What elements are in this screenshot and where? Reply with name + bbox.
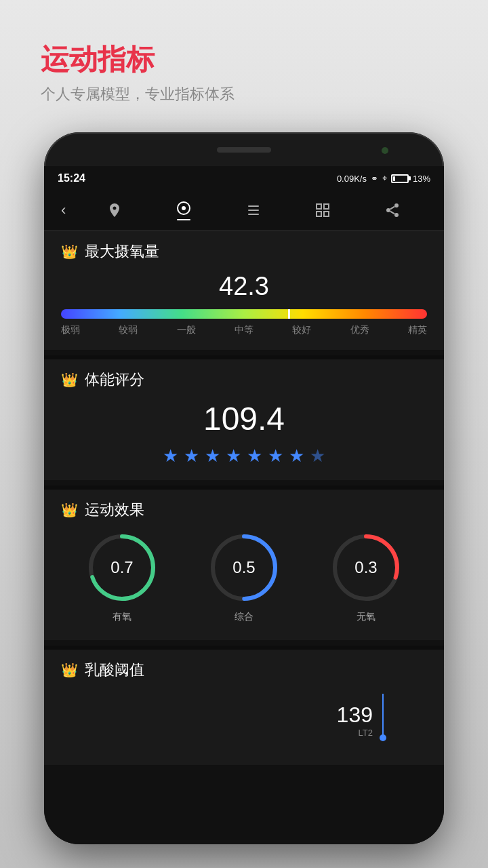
vo2-header: 👑 最大摄氧量 xyxy=(61,241,427,262)
lactate-title: 乳酸阈值 xyxy=(85,660,144,680)
wifi-icon: ⌖ xyxy=(382,173,387,184)
svg-point-9 xyxy=(394,203,399,208)
svg-line-12 xyxy=(390,207,394,210)
status-time: 15:24 xyxy=(58,172,85,184)
star-3: ★ xyxy=(205,446,220,467)
anaerobic-text: 0.3 xyxy=(354,558,377,577)
label-zhongdeng: 中等 xyxy=(235,324,253,336)
stars-row: ★ ★ ★ ★ ★ ★ ★ ★ xyxy=(61,446,427,467)
anaerobic-value: 0.3 xyxy=(354,558,377,577)
label-jingying: 精英 xyxy=(408,324,427,336)
phone-frame: 15:24 0.09K/s ⚭ ⌖ 13% ‹ xyxy=(44,132,444,844)
fitness-section: 👑 体能评分 109.4 ★ ★ ★ ★ ★ ★ ★ ★ xyxy=(44,359,444,480)
anaerobic-container: 0.3 无氧 xyxy=(329,530,403,623)
svg-rect-7 xyxy=(317,212,321,216)
svg-rect-3 xyxy=(248,210,259,211)
effect-section: 👑 运动效果 0.7 xyxy=(44,490,444,640)
phone-camera xyxy=(380,146,390,155)
label-jiruo: 极弱 xyxy=(61,324,80,336)
network-speed: 0.09K/s xyxy=(337,174,367,184)
star-7: ★ xyxy=(289,446,304,467)
phone-speaker xyxy=(217,147,271,153)
star-2: ★ xyxy=(184,446,199,467)
rainbow-bar xyxy=(61,309,427,319)
effect-circles: 0.7 有氧 0.5 xyxy=(61,530,427,623)
comprehensive-text: 0.5 xyxy=(232,558,255,577)
battery-icon xyxy=(391,174,409,183)
background: 运动指标 个人专属模型，专业指标体系 15:24 0.09K/s ⚭ ⌖ 13%… xyxy=(0,0,488,868)
phone-content: 👑 最大摄氧量 42.3 极弱 较弱 一般 中等 较好 优秀 精英 xyxy=(44,231,444,844)
star-5: ★ xyxy=(247,446,262,467)
aerobic-label: 有氧 xyxy=(113,611,131,623)
label-youxiu: 优秀 xyxy=(350,324,369,336)
lactate-header: 👑 乳酸阈值 xyxy=(61,660,427,680)
aerobic-circle: 0.7 xyxy=(85,530,159,605)
crown-icon-fitness: 👑 xyxy=(61,372,78,388)
nav-icon-map[interactable] xyxy=(106,202,123,218)
anaerobic-circle: 0.3 xyxy=(329,530,403,605)
aerobic-container: 0.7 有氧 xyxy=(85,530,159,623)
svg-line-13 xyxy=(390,212,394,214)
lactate-section: 👑 乳酸阈值 139 LT2 xyxy=(44,650,444,765)
star-1: ★ xyxy=(163,446,178,467)
comprehensive-label: 综合 xyxy=(235,611,253,623)
fitness-header: 👑 体能评分 xyxy=(61,370,427,390)
svg-point-21 xyxy=(380,734,386,741)
svg-rect-4 xyxy=(248,214,259,215)
back-button[interactable]: ‹ xyxy=(54,201,73,219)
vo2-section: 👑 最大摄氧量 42.3 极弱 较弱 一般 中等 较好 优秀 精英 xyxy=(44,231,444,350)
svg-point-10 xyxy=(386,208,390,212)
comprehensive-container: 0.5 综合 xyxy=(207,530,281,623)
anaerobic-label: 无氧 xyxy=(357,611,375,623)
lactate-label: LT2 xyxy=(337,728,373,738)
vo2-value: 42.3 xyxy=(61,272,427,301)
nav-icon-scan[interactable] xyxy=(314,202,331,218)
effect-header: 👑 运动效果 xyxy=(61,500,427,520)
vo2-labels: 极弱 较弱 一般 中等 较好 优秀 精英 xyxy=(61,324,427,336)
svg-rect-2 xyxy=(248,205,259,207)
comprehensive-value: 0.5 xyxy=(232,558,255,577)
lactate-chart: 139 LT2 xyxy=(61,690,427,751)
svg-point-1 xyxy=(182,206,186,210)
lactate-value-container: 139 LT2 xyxy=(337,703,373,738)
svg-rect-5 xyxy=(317,204,321,209)
crown-icon-effect: 👑 xyxy=(61,502,78,518)
vo2-title: 最大摄氧量 xyxy=(85,241,159,262)
battery-percent: 13% xyxy=(413,174,430,184)
comprehensive-circle: 0.5 xyxy=(207,530,281,605)
status-right: 0.09K/s ⚭ ⌖ 13% xyxy=(337,173,430,184)
bluetooth-icon: ⚭ xyxy=(371,174,378,184)
aerobic-text: 0.7 xyxy=(110,558,133,577)
page-subtitle: 个人专属模型，专业指标体系 xyxy=(41,84,235,104)
crown-icon-lactate: 👑 xyxy=(61,662,78,678)
page-title: 运动指标 xyxy=(41,41,235,79)
nav-icon-target[interactable] xyxy=(176,200,192,220)
label-jiaoruo: 较弱 xyxy=(119,324,138,336)
star-4: ★ xyxy=(226,446,241,467)
star-8: ★ xyxy=(310,446,325,467)
label-yiban: 一般 xyxy=(177,324,196,336)
vo2-indicator xyxy=(288,309,290,319)
nav-icon-list[interactable] xyxy=(245,202,262,218)
crown-icon-vo2: 👑 xyxy=(61,243,78,260)
star-6: ★ xyxy=(268,446,283,467)
svg-rect-6 xyxy=(324,204,329,209)
nav-icons xyxy=(73,200,434,220)
svg-rect-8 xyxy=(324,212,329,216)
label-jiaohao: 较好 xyxy=(292,324,311,336)
fitness-score: 109.4 xyxy=(61,400,427,437)
effect-title: 运动效果 xyxy=(85,500,144,520)
status-bar: 15:24 0.09K/s ⚭ ⌖ 13% xyxy=(44,166,444,191)
fitness-title: 体能评分 xyxy=(85,370,144,390)
aerobic-value: 0.7 xyxy=(110,558,133,577)
nav-bar: ‹ xyxy=(44,191,444,231)
lactate-value: 139 xyxy=(337,703,373,728)
svg-point-11 xyxy=(394,213,399,217)
nav-icon-share[interactable] xyxy=(384,202,401,218)
page-header: 运动指标 个人专属模型，专业指标体系 xyxy=(41,41,235,104)
